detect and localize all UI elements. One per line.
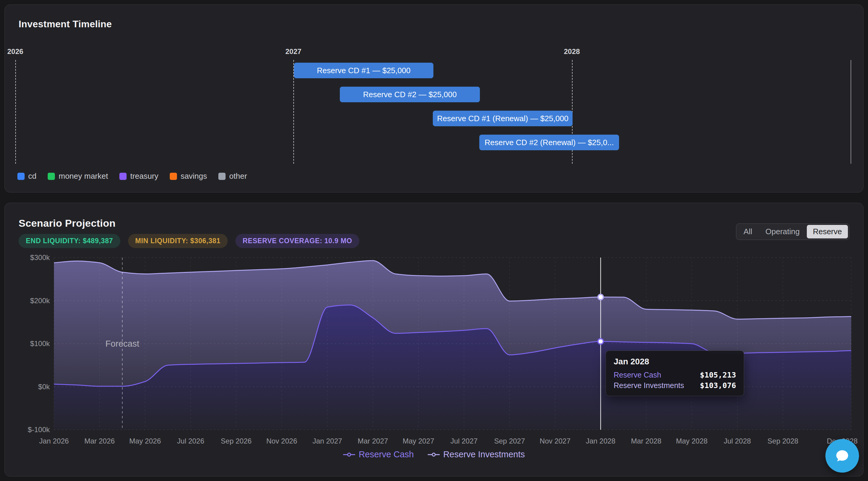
- chart-tooltip: Jan 2028 Reserve Cash$105,213Reserve Inv…: [606, 351, 744, 396]
- timeline-year-label: 2027: [285, 47, 302, 56]
- timeline-bar[interactable]: Reserve CD #2 (Renewal) — $25,0...: [479, 135, 619, 150]
- toggle-option-reserve[interactable]: Reserve: [807, 225, 848, 238]
- timeline-legend-label: cd: [28, 171, 36, 181]
- tooltip-title: Jan 2028: [614, 357, 736, 366]
- scenario-title: Scenario Projection: [19, 217, 116, 229]
- svg-text:$-100k: $-100k: [28, 425, 50, 434]
- scenario-badges: END LIQUIDITY: $489,387MIN LIQUIDITY: $3…: [19, 234, 359, 248]
- tooltip-series-label: Reserve Cash: [614, 371, 661, 379]
- svg-text:Mar 2027: Mar 2027: [358, 437, 388, 445]
- svg-text:May 2026: May 2026: [129, 437, 161, 445]
- timeline-legend-item: money market: [48, 171, 108, 181]
- svg-text:Forecast: Forecast: [105, 339, 139, 348]
- investment-timeline-panel: Investment Timeline 202620272028Reserve …: [4, 4, 864, 193]
- timeline-legend: cdmoney markettreasurysavingsother: [18, 171, 247, 181]
- timeline-year-label: 2026: [7, 47, 23, 56]
- scenario-badge: MIN LIQUIDITY: $306,381: [128, 234, 228, 248]
- timeline-legend-item: treasury: [119, 171, 158, 181]
- tooltip-series-value: $105,213: [700, 371, 736, 379]
- svg-text:$300k: $300k: [30, 253, 50, 261]
- toggle-option-all[interactable]: All: [738, 225, 758, 238]
- timeline-legend-label: other: [229, 171, 247, 181]
- svg-text:Nov 2026: Nov 2026: [266, 437, 297, 445]
- tooltip-series-label: Reserve Investments: [614, 381, 684, 390]
- svg-text:$200k: $200k: [30, 296, 50, 305]
- svg-text:Sep 2026: Sep 2026: [221, 437, 252, 445]
- timeline-bar[interactable]: Reserve CD #2 — $25,000: [340, 87, 480, 102]
- money-market-swatch: [48, 173, 55, 180]
- scenario-badge: END LIQUIDITY: $489,387: [19, 234, 120, 248]
- chat-button[interactable]: [826, 439, 859, 473]
- timeline-end-line: [850, 60, 851, 164]
- cd-swatch: [18, 173, 25, 180]
- svg-text:Jan 2026: Jan 2026: [39, 437, 69, 445]
- toggle-option-operating[interactable]: Operating: [760, 225, 806, 238]
- svg-text:Sep 2027: Sep 2027: [494, 437, 525, 445]
- svg-text:May 2028: May 2028: [676, 437, 708, 445]
- scenario-badge: RESERVE COVERAGE: 10.9 MO: [236, 234, 359, 248]
- scenario-projection-panel: Scenario Projection END LIQUIDITY: $489,…: [4, 203, 864, 477]
- svg-text:Mar 2028: Mar 2028: [631, 437, 661, 445]
- scenario-legend-label: Reserve Cash: [359, 450, 414, 459]
- svg-text:Sep 2028: Sep 2028: [768, 437, 798, 445]
- timeline-legend-label: treasury: [130, 171, 158, 181]
- timeline-legend-label: money market: [59, 171, 108, 181]
- svg-text:Nov 2027: Nov 2027: [539, 437, 570, 445]
- savings-swatch: [170, 173, 177, 180]
- svg-text:Jan 2028: Jan 2028: [586, 437, 616, 445]
- legend-line-marker-icon: [343, 452, 355, 457]
- scenario-legend-item[interactable]: Reserve Investments: [428, 450, 525, 459]
- treasury-swatch: [119, 173, 127, 180]
- timeline-year-label: 2028: [564, 47, 580, 56]
- svg-text:Jul 2028: Jul 2028: [724, 437, 751, 445]
- svg-text:May 2027: May 2027: [403, 437, 434, 445]
- scenario-legend-item[interactable]: Reserve Cash: [343, 450, 414, 459]
- timeline-chart: 202620272028Reserve CD #1 — $25,000Reser…: [5, 5, 863, 192]
- svg-text:Mar 2026: Mar 2026: [84, 437, 115, 445]
- tooltip-series-value: $103,076: [700, 381, 736, 390]
- svg-text:Jul 2027: Jul 2027: [451, 437, 478, 445]
- other-swatch: [218, 173, 225, 180]
- timeline-legend-label: savings: [181, 171, 207, 181]
- scenario-legend-label: Reserve Investments: [443, 450, 525, 459]
- timeline-legend-item: savings: [170, 171, 207, 181]
- legend-line-marker-icon: [428, 452, 440, 457]
- scenario-view-toggle[interactable]: AllOperatingReserve: [736, 223, 849, 240]
- chat-bubble-icon: [834, 447, 851, 464]
- tooltip-row: Reserve Investments$103,076: [614, 381, 736, 390]
- timeline-legend-item: cd: [18, 171, 36, 181]
- svg-text:$0k: $0k: [38, 383, 50, 391]
- svg-text:Jan 2027: Jan 2027: [313, 437, 342, 445]
- timeline-year-gridline: [15, 60, 16, 164]
- timeline-bar[interactable]: Reserve CD #1 — $25,000: [294, 63, 433, 78]
- tooltip-row: Reserve Cash$105,213: [614, 371, 736, 379]
- timeline-legend-item: other: [218, 171, 247, 181]
- svg-text:$100k: $100k: [30, 340, 50, 348]
- timeline-bar[interactable]: Reserve CD #1 (Renewal) — $25,000: [433, 111, 573, 126]
- scenario-chart-legend: Reserve CashReserve Investments: [5, 450, 863, 459]
- svg-text:Jul 2026: Jul 2026: [177, 437, 204, 445]
